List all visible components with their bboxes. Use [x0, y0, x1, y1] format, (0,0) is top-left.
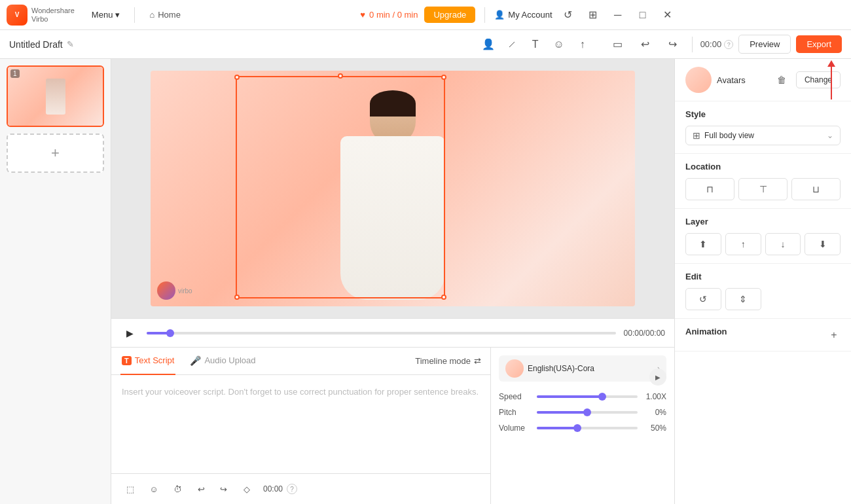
voice-avatar [505, 359, 524, 378]
add-slide-button[interactable]: + [7, 134, 104, 173]
tab-audio-upload[interactable]: 🎤 Audio Upload [189, 348, 257, 375]
layer-to-top[interactable]: ⬆ [685, 233, 721, 255]
rp-animation-section: Animation + [675, 319, 851, 351]
tool-split-icon[interactable]: ⟋ [501, 33, 523, 56]
playback-time: 00:00/00:00 [624, 329, 665, 338]
export-button[interactable]: Export [796, 35, 842, 53]
tabs-row: T Text Script 🎤 Audio Upload Timeline mo… [111, 348, 490, 375]
edit-rotate-icon[interactable]: ↺ [685, 288, 721, 310]
pitch-thumb[interactable] [583, 408, 591, 416]
menu-button[interactable]: Menu ▾ [85, 7, 127, 22]
refresh-icon[interactable]: ↺ [559, 6, 577, 24]
corner-bl[interactable] [234, 295, 240, 300]
preview-button[interactable]: Preview [738, 35, 791, 54]
slides-panel: 1 + [0, 59, 111, 504]
canvas-background: virbo [151, 71, 635, 306]
script-help-icon[interactable]: ? [287, 484, 297, 494]
layer-controls: ⬆ ↑ ↓ ⬇ [685, 233, 841, 255]
script-section: T Text Script 🎤 Audio Upload Timeline mo… [111, 348, 491, 504]
undo-icon[interactable]: ↩ [634, 33, 657, 56]
pitch-fill [537, 411, 587, 414]
layer-up[interactable]: ↑ [725, 233, 761, 255]
virbo-logo-text: virbo [178, 287, 192, 295]
corner-tl[interactable] [234, 75, 240, 80]
home-icon: ⌂ [149, 10, 154, 20]
emoji-tool-icon[interactable]: ☺ [144, 479, 164, 499]
volume-slider[interactable] [537, 427, 638, 429]
topbar-center: ♥ 0 min / 0 min Upgrade 👤 My Account ↺ ⊞… [192, 6, 844, 24]
tab-text-script[interactable]: T Text Script [120, 348, 175, 375]
speed-row: Speed 1.00X [499, 392, 666, 401]
voice-play-button[interactable]: ▶ [649, 369, 666, 386]
avatar-row: Avatars 🗑 Change [685, 67, 841, 93]
corner-tr[interactable] [441, 75, 446, 80]
virbo-logo-icon [157, 281, 175, 300]
aspect-ratio-icon[interactable]: ▭ [607, 33, 629, 56]
top-handle[interactable] [338, 73, 343, 79]
undo-script-icon[interactable]: ↩ [191, 479, 211, 499]
play-button[interactable]: ▶ [120, 324, 139, 342]
home-button[interactable]: ⌂ Home [143, 7, 187, 22]
account-button[interactable]: 👤 My Account [494, 10, 552, 20]
slide-number: 1 [10, 69, 20, 78]
maximize-icon[interactable]: □ [634, 6, 652, 24]
pitch-slider[interactable] [537, 411, 638, 414]
change-avatar-button[interactable]: Change [796, 71, 841, 88]
timeline-mode-toggle[interactable]: Timeline mode ⇄ [415, 356, 481, 366]
script-placeholder: Insert your voiceover script. Don't forg… [111, 375, 490, 473]
voice-selector[interactable]: English(USA)-Cora › [499, 355, 666, 382]
redo-script-icon[interactable]: ↪ [213, 479, 233, 499]
style-dropdown[interactable]: ⊞ Full body view ⌄ [685, 126, 841, 145]
delete-avatar-icon[interactable]: 🗑 [772, 71, 791, 89]
timer-display: ♥ 0 min / 0 min [360, 10, 418, 20]
virbo-watermark: virbo [157, 281, 192, 300]
speed-slider[interactable] [537, 395, 638, 398]
divider3 [692, 37, 693, 52]
timeline-icon: ⇄ [474, 356, 481, 366]
slide-item-1[interactable]: 1 [7, 65, 104, 127]
heart-icon: ♥ [360, 10, 365, 20]
clock-tool-icon[interactable]: ⏱ [168, 479, 187, 499]
loc-top-center[interactable]: ⊤ [738, 178, 788, 200]
redo-icon[interactable]: ↪ [662, 33, 684, 56]
pitch-row: Pitch 0% [499, 408, 666, 417]
tool-emoji-icon[interactable]: ☺ [548, 33, 570, 56]
canvas-column: virbo ▶ 00:00/00:00 T Text Script [111, 59, 674, 504]
upgrade-button[interactable]: Upgrade [424, 7, 475, 23]
layer-down[interactable]: ↓ [765, 233, 801, 255]
loc-top-right[interactable]: ⊔ [791, 178, 841, 200]
secondbar-tools: 👤 ⟋ T ☺ ↑ [477, 33, 594, 56]
speed-fill [537, 395, 602, 398]
slide-thumb [8, 67, 103, 126]
layer-to-bottom[interactable]: ⬇ [805, 233, 841, 255]
speed-thumb[interactable] [598, 393, 606, 401]
tool-media-icon[interactable]: ↑ [571, 33, 594, 56]
loc-top-left[interactable]: ⊓ [685, 178, 734, 200]
script-toolbar: ⬚ ☺ ⏱ ↩ ↪ ◇ 00:00 ? [111, 473, 490, 504]
volume-thumb[interactable] [573, 424, 581, 432]
diamond-icon[interactable]: ◇ [237, 479, 257, 499]
minimize-icon[interactable]: ─ [609, 6, 627, 24]
full-body-icon: ⊞ [693, 130, 700, 141]
right-panel: Avatars 🗑 Change Style ⊞ Full body view … [674, 59, 851, 504]
insert-variable-icon[interactable]: ⬚ [120, 479, 140, 499]
add-animation-button[interactable]: + [827, 329, 841, 342]
tool-text-icon[interactable]: T [524, 33, 547, 56]
help-circle-icon[interactable]: ? [724, 40, 733, 49]
canvas-area: virbo [111, 59, 674, 318]
location-grid: ⊓ ⊤ ⊔ [685, 178, 841, 200]
close-icon[interactable]: ✕ [659, 6, 677, 24]
arrow-head [827, 60, 835, 67]
edit-title-icon[interactable]: ✎ [67, 39, 74, 49]
main-layout: 1 + [0, 59, 851, 504]
progress-bar[interactable] [147, 332, 616, 334]
progress-thumb[interactable] [166, 329, 174, 337]
tool-avatar-icon[interactable]: 👤 [477, 33, 499, 56]
rp-layer-section: Layer ⬆ ↑ ↓ ⬇ [675, 209, 851, 264]
corner-br[interactable] [441, 295, 446, 300]
rp-edit-section: Edit ↺ ⇕ [675, 264, 851, 319]
grid-icon[interactable]: ⊞ [584, 6, 602, 24]
volume-row: Volume 50% [499, 423, 666, 433]
edit-mirror-icon[interactable]: ⇕ [725, 288, 761, 310]
divider2 [484, 7, 485, 23]
